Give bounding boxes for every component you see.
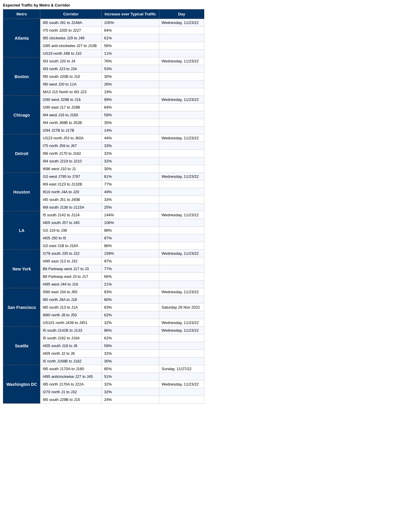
day-cell [159, 273, 204, 280]
increase-cell: 44% [102, 134, 159, 142]
table-row: San FranciscoI580 east J34 to J6583%Wedn… [3, 288, 204, 296]
header-corridor: Corridor [40, 9, 102, 19]
day-cell [159, 157, 204, 165]
day-cell: Wednesday, 11/23/22 [159, 134, 204, 142]
table-row: BostonI93 south J20 to J476%Wednesday, 1… [3, 57, 204, 65]
day-cell [159, 357, 204, 365]
corridor-cell: I495 east J13 to J32 [40, 257, 102, 265]
corridor-cell: I96 north J170 to J162 [40, 150, 102, 157]
day-cell: Wednesday, 11/23/22 [159, 250, 204, 257]
day-cell: Wednesday, 11/23/22 [159, 19, 204, 27]
table-row: LAI5 south J142 to J124144%Wednesday, 11… [3, 211, 204, 219]
increase-cell: 32% [102, 388, 159, 396]
day-cell [159, 234, 204, 242]
corridor-cell: I294 J27B to J17B [40, 127, 102, 134]
corridor-cell: I5 south J142 to J124 [40, 211, 102, 219]
page-title: Expected Traffic by Metro & Corridor [3, 3, 204, 7]
metro-cell-san-francisco: San Francisco [3, 288, 40, 327]
corridor-cell: I75 north J205 to J227 [40, 27, 102, 34]
increase-cell: 32% [102, 157, 159, 165]
increase-cell: 25% [102, 204, 159, 211]
increase-cell: 30% [102, 165, 159, 173]
corridor-cell: Blt Parkway east J3 to J17 [40, 273, 102, 280]
metro-cell-detroit: Detroit [3, 134, 40, 173]
day-cell: Wednesday, 11/23/22 [159, 327, 204, 334]
corridor-cell: I405 J50 to I5 [40, 234, 102, 242]
corridor-cell: I45 south J51 to J40B [40, 196, 102, 204]
corridor-cell: I5 north J168B to J182 [40, 357, 102, 365]
increase-cell: 64% [102, 27, 159, 34]
corridor-cell: I270 north J1 to J32 [40, 388, 102, 396]
increase-cell: 33% [102, 196, 159, 204]
corridor-cell: I94 north J68B to J52B [40, 119, 102, 127]
corridor-cell: I95 south J29B to J15 [40, 396, 102, 404]
increase-cell: 99% [102, 96, 159, 104]
corridor-cell: I85 south J91 to J248A [40, 19, 102, 27]
metro-cell-houston: Houston [3, 173, 40, 211]
day-cell: Wednesday, 11/23/22 [159, 57, 204, 65]
day-cell [159, 34, 204, 42]
increase-cell: 106% [102, 219, 159, 227]
day-cell [159, 227, 204, 234]
increase-cell: 26% [102, 80, 159, 88]
increase-cell: 53% [102, 65, 159, 73]
corridor-cell: I69 east J123 to J132B [40, 180, 102, 188]
increase-cell: 19% [102, 88, 159, 96]
increase-cell: 85% [102, 365, 159, 373]
increase-cell: 88% [102, 227, 159, 234]
day-cell: Wednesday, 11/23/22 [159, 211, 204, 219]
corridor-cell: I10 J19 to J38 [40, 227, 102, 234]
day-cell: Wednesday, 11/23/22 [159, 319, 204, 327]
increase-cell: 63% [102, 304, 159, 311]
corridor-cell: I95 south J170A to J160 [40, 365, 102, 373]
corridor-cell: I5 south J142B to J133 [40, 327, 102, 334]
increase-cell: 80% [102, 296, 159, 304]
corridor-cell: I285 anti-clockwise J27 to J10B [40, 42, 102, 50]
traffic-table: Metro Corridor Increase over Typical Tra… [3, 9, 204, 404]
corridor-cell: I95 south J20B to J10 [40, 73, 102, 80]
corridor-cell: I80 north J8A to J18 [40, 296, 102, 304]
metro-cell-atlanta: Atlanta [3, 19, 40, 57]
corridor-cell: I95 north J170A to J22A [40, 381, 102, 388]
increase-cell: 59% [102, 342, 159, 350]
day-cell: Saturday 26 Nov 2022 [159, 304, 204, 311]
increase-cell: 77% [102, 265, 159, 273]
increase-cell: 76% [102, 57, 159, 65]
increase-cell: 97% [102, 257, 159, 265]
day-cell [159, 80, 204, 88]
day-cell [159, 196, 204, 204]
day-cell [159, 111, 204, 119]
table-row: DetroitUS23 north J53 to J60A44%Wednesda… [3, 134, 204, 142]
increase-cell: 87% [102, 234, 159, 242]
increase-cell: 144% [102, 211, 159, 219]
day-cell [159, 334, 204, 342]
day-cell [159, 388, 204, 396]
increase-cell: 14% [102, 127, 159, 134]
day-cell [159, 242, 204, 250]
day-cell [159, 42, 204, 50]
corridor-cell: I10 east J1B to J16A [40, 242, 102, 250]
day-cell [159, 88, 204, 96]
table-row: AtlantaI85 south J91 to J248A105%Wednesd… [3, 19, 204, 27]
increase-cell: 158% [102, 250, 159, 257]
day-cell [159, 204, 204, 211]
metro-cell-chicago: Chicago [3, 96, 40, 134]
header-metro: Metro [3, 9, 40, 19]
day-cell: Sunday, 11/27/22 [159, 365, 204, 373]
increase-cell: 49% [102, 188, 159, 196]
corridor-cell: I495 anticlockwise J27 to J45 [40, 373, 102, 381]
day-cell [159, 342, 204, 350]
increase-cell: 86% [102, 242, 159, 250]
day-cell: Wednesday, 11/23/22 [159, 381, 204, 388]
increase-cell: 32% [102, 381, 159, 388]
increase-cell: 35% [102, 119, 159, 127]
day-cell [159, 396, 204, 404]
day-cell: Wednesday, 11/23/22 [159, 96, 204, 104]
day-cell [159, 73, 204, 80]
increase-cell: 77% [102, 180, 159, 188]
day-cell [159, 311, 204, 319]
day-cell [159, 265, 204, 273]
increase-cell: 83% [102, 288, 159, 296]
increase-cell: 66% [102, 273, 159, 280]
table-row: Washington DCI95 south J170A to J16085%S… [3, 365, 204, 373]
